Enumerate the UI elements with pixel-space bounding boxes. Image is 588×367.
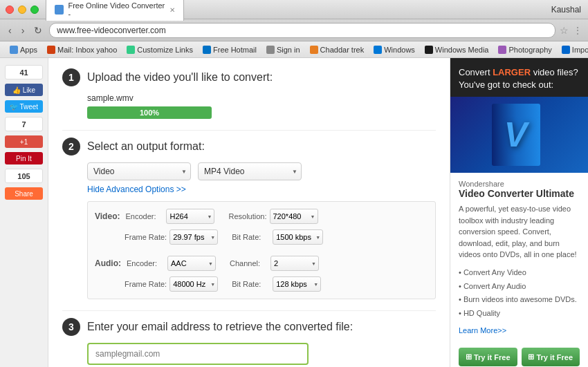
social-sidebar: 41 👍 Like 🐦 Tweet 7 +1 Pin It 105 Share <box>0 58 48 367</box>
minimize-button[interactable] <box>18 6 26 14</box>
step3-title: Enter your email address to retrieve the… <box>87 321 353 333</box>
try-free-button-1[interactable]: ⊞ Try it Free <box>459 348 517 366</box>
titlebar: Free Online Video Converter - ✕ Kaushal <box>0 0 588 19</box>
bookmark-label: Free Hotmail <box>213 46 257 54</box>
step3-number: 3 <box>62 318 80 336</box>
hide-advanced-link[interactable]: Hide Advanced Options >> <box>87 185 436 194</box>
video-section: Video: Encoder: H264 <box>95 209 214 224</box>
video-bitrate-label: Bit Rate: <box>232 233 270 241</box>
bookmark-windows[interactable]: Windows <box>369 44 419 55</box>
bookmark-label: Apps <box>20 46 37 54</box>
bookmark-mail[interactable]: Mail: Inbox yahoo <box>43 44 121 55</box>
maximize-button[interactable] <box>30 6 39 14</box>
ad-header: Convert LARGER video files? You've got t… <box>450 58 588 97</box>
browser-tab[interactable]: Free Online Video Converter - ✕ <box>46 0 184 21</box>
resolution-wrapper: 720*480 <box>270 209 318 224</box>
channel-wrapper: 2 <box>270 256 319 271</box>
divider2 <box>62 310 436 311</box>
audio-framerate-field: Frame Rate: 48000 Hz <box>125 276 218 292</box>
user-name: Kaushal <box>551 5 581 15</box>
mail-icon <box>47 46 55 54</box>
audio-framerate-wrapper: 48000 Hz <box>169 276 218 292</box>
encoder-select[interactable]: H264 <box>166 209 214 224</box>
audio-framerate-select[interactable]: 48000 Hz <box>169 276 218 292</box>
ie-icon <box>562 46 570 54</box>
tab-bar: Free Online Video Converter - ✕ <box>46 0 582 21</box>
divider1 <box>62 130 436 131</box>
bookmarks-bar: Apps Mail: Inbox yahoo Customize Links F… <box>0 41 588 58</box>
learn-more-link[interactable]: Learn More>> <box>459 326 506 335</box>
bookmark-signin[interactable]: Sign in <box>262 44 304 55</box>
customize-icon <box>127 46 135 54</box>
refresh-button[interactable]: ↻ <box>31 23 45 37</box>
step3-section: Note: You'll receive an email with the d… <box>62 343 436 367</box>
bookmark-label: Sign in <box>277 46 300 54</box>
audio-encoder-select[interactable]: AAC <box>167 256 216 271</box>
ad-larger-text: LARGER <box>493 67 531 77</box>
ad-brand: Wondershare <box>459 180 580 188</box>
fb-count: 41 <box>5 65 43 79</box>
try-free-button-2[interactable]: ⊞ Try it Free <box>522 348 580 366</box>
channel-section: Channel: 2 <box>230 256 319 271</box>
framerate-wrapper: 29.97 fps <box>169 229 218 245</box>
video-bitrate-select[interactable]: 1500 kbps <box>273 229 323 245</box>
traffic-lights <box>6 6 39 14</box>
step1-number: 1 <box>62 68 80 86</box>
close-button[interactable] <box>6 6 14 14</box>
windows-icon-1: ⊞ <box>466 352 472 361</box>
address-input[interactable] <box>49 23 555 38</box>
bookmark-label: Windows Media <box>435 46 489 54</box>
video-label: Video: <box>95 211 120 221</box>
progress-bar-container: 100% <box>87 106 212 119</box>
audio-bitrate-wrapper: 128 kbps <box>273 276 321 292</box>
framerate-select[interactable]: 29.97 fps <box>169 229 218 245</box>
step1-section: sample.wmv 100% <box>62 93 436 119</box>
audio-framerate-row: Frame Rate: 48000 Hz Bit Rate: <box>95 276 428 292</box>
bookmark-label: Mail: Inbox yahoo <box>57 46 117 54</box>
bookmark-hotmail[interactable]: Free Hotmail <box>199 44 261 55</box>
bookmark-customize[interactable]: Customize Links <box>122 44 197 55</box>
step3-header: 3 Enter your email address to retrieve t… <box>62 318 436 336</box>
product-box: V <box>492 104 547 166</box>
format-type-select[interactable]: Video <box>87 162 191 180</box>
bookmark-ie[interactable]: Imported From IE <box>558 44 588 55</box>
tweet-button[interactable]: 🐦 Tweet <box>5 100 43 113</box>
product-v-letter: V <box>504 115 527 155</box>
forward-button[interactable]: › <box>19 23 28 37</box>
format-codec-select[interactable]: MP4 Video <box>198 162 302 180</box>
format-row: Video MP4 Video <box>87 162 436 180</box>
tab-favicon <box>55 5 64 15</box>
video-bitrate-wrapper: 1500 kbps <box>273 229 323 245</box>
audio-framerate-label: Frame Rate: <box>125 280 167 288</box>
menu-icon[interactable]: ⋮ <box>573 25 582 36</box>
facebook-like-button[interactable]: 👍 Like <box>5 84 43 96</box>
gplus-button[interactable]: +1 <box>5 135 43 148</box>
email-input[interactable] <box>87 343 309 365</box>
tab-close-icon[interactable]: ✕ <box>169 6 175 14</box>
ad-header-subtext: You've got to check out: <box>459 79 553 90</box>
chaddar-icon <box>310 46 318 54</box>
bookmark-winmedia[interactable]: Windows Media <box>421 44 493 55</box>
bookmark-chaddar[interactable]: Chaddar trek <box>306 44 369 55</box>
pinterest-button[interactable]: Pin It <box>5 152 43 164</box>
product-box-face: V <box>492 104 540 166</box>
step2-number: 2 <box>62 138 80 156</box>
channel-select[interactable]: 2 <box>270 256 319 271</box>
photo-icon <box>498 46 506 54</box>
pinterest-count: 105 <box>5 169 43 183</box>
channel-label: Channel: <box>230 259 268 267</box>
encoder-field: Encoder: H264 <box>125 209 214 224</box>
bookmark-star-icon[interactable]: ☆ <box>560 25 569 36</box>
step2-section: Video MP4 Video Hide Advanced Options >>… <box>62 162 436 299</box>
audio-bitrate-select[interactable]: 128 kbps <box>273 276 321 292</box>
bookmark-apps[interactable]: Apps <box>6 44 42 55</box>
back-button[interactable]: ‹ <box>6 23 15 37</box>
resolution-label: Resolution: <box>228 212 266 220</box>
resolution-select[interactable]: 720*480 <box>270 209 318 224</box>
share-button[interactable]: Share <box>5 187 43 200</box>
ad-product-name: Video Converter Ultimate <box>459 188 580 199</box>
bookmark-photography[interactable]: Photography <box>494 44 555 55</box>
channel-field: Channel: 2 <box>230 256 319 271</box>
try-free-label-1: Try it Free <box>474 353 511 361</box>
audio-bitrate-label: Bit Rate: <box>232 280 270 288</box>
